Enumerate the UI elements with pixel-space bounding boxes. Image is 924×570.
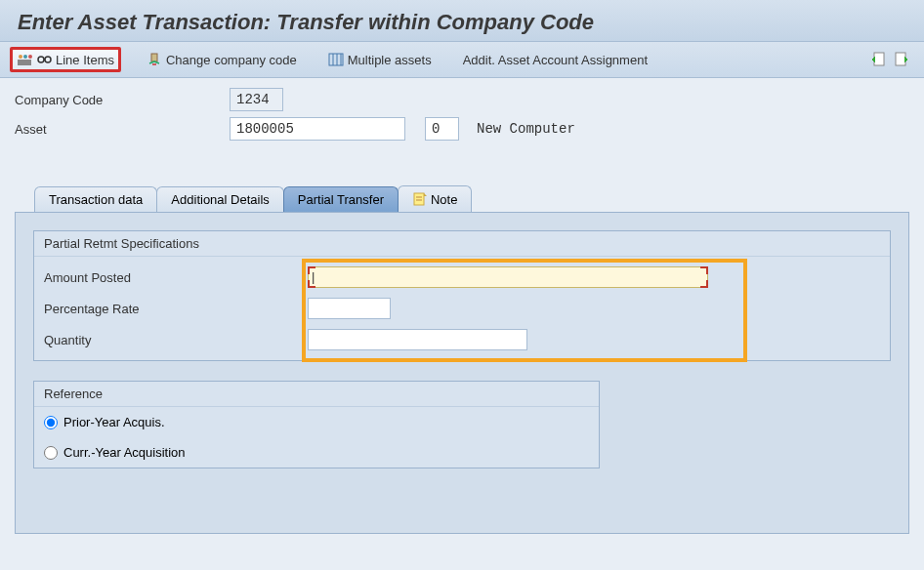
header-form: Company Code Asset New Computer bbox=[0, 78, 924, 156]
svg-point-0 bbox=[19, 55, 22, 59]
amount-posted-label: Amount Posted bbox=[44, 270, 308, 285]
addit-assignment-label: Addit. Asset Account Assignment bbox=[463, 53, 648, 67]
svg-point-2 bbox=[28, 55, 32, 59]
reference-title: Reference bbox=[34, 382, 599, 407]
tab-additional-details[interactable]: Additional Details bbox=[156, 186, 283, 212]
change-company-button[interactable]: Change company code bbox=[141, 49, 303, 70]
grid-icon bbox=[328, 52, 344, 67]
svg-point-4 bbox=[38, 57, 44, 62]
people-icon bbox=[17, 52, 32, 67]
quantity-input[interactable] bbox=[308, 329, 527, 350]
change-company-label: Change company code bbox=[166, 53, 297, 67]
tab-content: Partial Retmt Specifications Amount Post… bbox=[15, 212, 909, 534]
page-title: Enter Asset Transaction: Transfer within… bbox=[18, 10, 906, 35]
curr-year-label: Curr.-Year Acquisition bbox=[63, 445, 186, 460]
svg-rect-12 bbox=[874, 53, 884, 65]
asset-sub-input[interactable] bbox=[425, 117, 459, 141]
asset-description: New Computer bbox=[477, 121, 575, 137]
asset-input[interactable] bbox=[230, 117, 405, 141]
svg-rect-3 bbox=[18, 60, 31, 65]
tab-transaction-data[interactable]: Transaction data bbox=[34, 186, 157, 212]
prior-year-label: Prior-Year Acquis. bbox=[63, 415, 165, 429]
svg-rect-14 bbox=[414, 193, 424, 205]
svg-rect-7 bbox=[151, 54, 157, 61]
page-header: Enter Asset Transaction: Transfer within… bbox=[0, 0, 924, 42]
asset-label: Asset bbox=[15, 122, 210, 137]
line-items-label: Line Items bbox=[56, 53, 114, 67]
change-icon bbox=[147, 52, 162, 67]
partial-retmt-title: Partial Retmt Specifications bbox=[34, 231, 890, 257]
tab-strip: Transaction data Additional Details Part… bbox=[34, 185, 909, 212]
quantity-label: Quantity bbox=[44, 333, 308, 347]
doc-left-icon[interactable] bbox=[871, 52, 887, 67]
tab-note-label: Note bbox=[431, 192, 457, 207]
svg-rect-13 bbox=[896, 53, 905, 65]
tab-note[interactable]: Note bbox=[398, 185, 472, 212]
multiple-assets-label: Multiple assets bbox=[348, 53, 432, 67]
company-code-label: Company Code bbox=[15, 93, 210, 107]
percentage-rate-input[interactable] bbox=[308, 298, 391, 319]
glasses-icon bbox=[36, 52, 52, 67]
tab-partial-transfer[interactable]: Partial Transfer bbox=[283, 186, 399, 212]
amount-posted-input[interactable]: | bbox=[308, 266, 708, 288]
curr-year-radio[interactable] bbox=[44, 446, 58, 460]
note-icon bbox=[412, 191, 428, 207]
percentage-rate-label: Percentage Rate bbox=[44, 302, 308, 316]
svg-point-5 bbox=[45, 57, 51, 62]
company-code-input[interactable] bbox=[230, 88, 283, 111]
reference-group: Reference Prior-Year Acquis. Curr.-Year … bbox=[33, 381, 600, 468]
multiple-assets-button[interactable]: Multiple assets bbox=[322, 49, 438, 70]
doc-right-icon[interactable] bbox=[893, 52, 908, 67]
partial-retmt-group: Partial Retmt Specifications Amount Post… bbox=[33, 230, 891, 361]
prior-year-radio[interactable] bbox=[44, 416, 58, 429]
line-items-button[interactable]: Line Items bbox=[10, 47, 121, 72]
svg-point-1 bbox=[23, 55, 27, 59]
toolbar: Line Items Change company code Multiple … bbox=[0, 42, 924, 78]
addit-assignment-button[interactable]: Addit. Asset Account Assignment bbox=[457, 50, 653, 70]
